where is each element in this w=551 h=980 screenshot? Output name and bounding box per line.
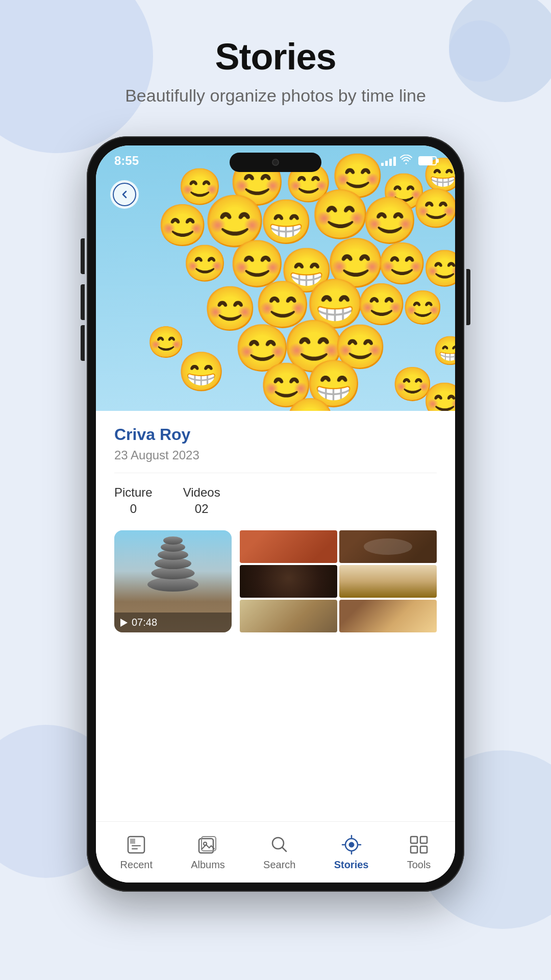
emoji-ball: 😁 [433,334,455,368]
back-circle [113,183,136,206]
nav-label-tools: Tools [407,859,431,871]
bottom-nav: Recent Albums [96,821,455,883]
battery-icon [418,156,437,165]
svg-rect-7 [411,837,417,843]
dynamic-island [230,153,321,172]
status-icons [381,155,437,167]
nav-label-stories: Stories [334,859,369,871]
nav-label-albums: Albums [191,859,225,871]
photo-cell-5[interactable] [240,600,337,632]
camera-dot [272,159,279,166]
nav-item-albums[interactable]: Albums [181,828,235,876]
nav-item-search[interactable]: Search [253,828,306,876]
phone-wrapper: 8:55 [0,136,551,892]
videos-stat: Videos 02 [183,485,220,516]
back-button[interactable] [110,180,139,209]
video-thumbnail[interactable]: 07:48 [114,530,232,632]
nav-item-recent[interactable]: Recent [110,828,163,876]
hero-image: 😊 😊 😊 😊 😊 😁 😊 😊 😁 😊 😊 😊 😊 😊 [96,145,455,411]
content-divider [114,473,437,473]
nav-item-stories[interactable]: Stories [324,828,379,876]
nav-label-recent: Recent [120,859,153,871]
albums-icon [197,834,219,856]
emoji-ball: 😊 [412,186,455,231]
page-title: Stories [0,36,551,78]
stone-base [147,577,198,592]
play-overlay: 07:48 [114,612,232,632]
svg-rect-9 [411,846,417,853]
signal-bar-4 [393,157,396,166]
photo-cell-1[interactable] [240,530,337,563]
photo-cell-6[interactable] [339,600,437,632]
content-area: Criva Roy 23 August 2023 Picture 0 Video… [96,411,455,821]
photo-cell-4[interactable] [339,565,437,598]
story-name: Criva Roy [114,425,437,444]
play-icon [120,619,128,627]
emoji-ball: 😁 [178,350,226,395]
photo-cell-3[interactable] [240,565,337,598]
smiley-container: 😊 😊 😊 😊 😊 😁 😊 😊 😁 😊 😊 😊 😊 😊 [96,145,455,411]
svg-rect-8 [420,837,427,843]
page-subtitle: Beautifully organize photos by time line [0,86,551,106]
photo-cell-2[interactable] [339,530,437,563]
svg-rect-10 [420,846,427,853]
signal-bar-3 [389,159,392,166]
svg-point-6 [349,842,354,847]
picture-count: 0 [130,502,137,516]
battery-fill [419,157,433,164]
nav-label-search: Search [263,859,295,871]
stone-top [163,536,183,545]
wifi-icon [400,155,412,167]
search-icon [268,834,291,856]
svg-point-3 [204,842,207,845]
status-time: 8:55 [114,154,139,168]
page-header: Stories Beautifully organize photos by t… [0,0,551,126]
emoji-ball: 😊 [422,380,455,411]
stories-icon [340,834,363,856]
video-duration: 07:48 [132,617,157,628]
signal-bar-1 [381,163,384,166]
emoji-ball: 😊 [285,396,336,411]
nav-item-tools[interactable]: Tools [397,828,441,876]
stats-row: Picture 0 Videos 02 [114,485,437,516]
tools-icon [408,834,430,856]
videos-count: 02 [195,502,209,516]
phone-screen: 8:55 [96,145,455,883]
recent-icon [125,834,147,856]
media-row: 07:48 [114,530,437,632]
signal-bars-icon [381,156,396,166]
picture-stat: Picture 0 [114,485,153,516]
back-arrow-icon [119,189,130,200]
emoji-ball: 😊 [422,248,455,289]
emoji-ball: 😊 [402,288,443,327]
story-date: 23 August 2023 [114,448,437,462]
phone-frame: 8:55 [87,136,464,892]
videos-label: Videos [183,485,220,500]
photo-grid [240,530,437,632]
emoji-ball: 😊 [183,242,227,284]
picture-label: Picture [114,485,153,500]
signal-bar-2 [385,161,388,166]
